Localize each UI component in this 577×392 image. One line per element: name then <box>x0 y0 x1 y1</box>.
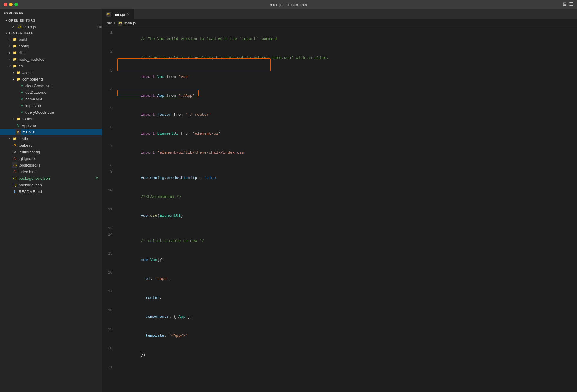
code-line-14: 14 /* eslint-disable no-new */ <box>102 231 577 250</box>
close-button[interactable] <box>4 3 7 6</box>
line-content-21 <box>117 364 577 370</box>
code-line-9: 9 Vue.config.productionTip = false <box>102 168 577 187</box>
file-package-lock[interactable]: { } package-lock.json M <box>0 175 102 182</box>
line-num-8: 8 <box>102 162 117 168</box>
folder-assets[interactable]: 📁 assets <box>0 69 102 76</box>
breadcrumb-file[interactable]: main.js <box>124 21 136 25</box>
line-num-21: 21 <box>102 364 117 370</box>
toggle-sidebar-icon[interactable]: ☰ <box>569 1 573 7</box>
file-readme[interactable]: ℹ README.md <box>0 188 102 195</box>
line-content-3: import Vue from 'vue' <box>117 67 577 86</box>
close-icon[interactable]: ✕ <box>11 24 16 29</box>
line-content-18: components: { App }, <box>117 307 577 326</box>
minimize-button[interactable] <box>9 3 13 6</box>
line-content-11: Vue.use(ElementUI) <box>117 206 577 225</box>
line-num-9: 9 <box>102 168 117 187</box>
code-line-5: 5 import router from './ router' <box>102 105 577 124</box>
vue-icon: V <box>16 123 21 128</box>
chevron-components <box>11 77 16 81</box>
folder-config[interactable]: 📁 config <box>0 43 102 49</box>
code-line-16: 16 el: '#app', <box>102 269 577 288</box>
line-num-18: 18 <box>102 307 117 326</box>
line-content-9: Vue.config.productionTip = false <box>117 168 577 187</box>
tabs-bar: JS main.js ✕ <box>102 9 577 20</box>
js-file-icon: JS <box>17 24 22 29</box>
json-icon: { } <box>12 182 17 188</box>
folder-icon: 📁 <box>12 37 17 42</box>
file-cleargoods[interactable]: V clearGoods.vue <box>0 82 102 89</box>
file-indexhtml[interactable]: ⬡ index.html <box>0 168 102 175</box>
file-postcssrc[interactable]: JS .postcssrc.js <box>0 162 102 168</box>
line-num-3: 3 <box>102 67 117 86</box>
tab-mainjs[interactable]: JS main.js ✕ <box>102 9 134 19</box>
line-num-2: 2 <box>102 48 117 67</box>
code-line-15: 15 new Vue({ <box>102 250 577 269</box>
code-line-7: 7 import 'element-ui/lib/theme-chalk/ind… <box>102 143 577 162</box>
folder-router[interactable]: 📁 router <box>0 115 102 122</box>
code-line-11: 11 Vue.use(ElementUI) <box>102 206 577 225</box>
folder-icon: 📁 <box>16 76 21 82</box>
json-icon: { } <box>12 176 17 181</box>
file-querygoods[interactable]: V queryGoods.vue <box>0 109 102 115</box>
line-content-15: new Vue({ <box>117 250 577 269</box>
file-appvue[interactable]: V App.vue <box>0 122 102 129</box>
line-content-7: import 'element-ui/lib/theme-chalk/index… <box>117 143 577 162</box>
window-title: main.js — tester-data <box>270 2 307 7</box>
vue-icon: V <box>19 90 25 95</box>
line-content-12 <box>117 225 577 231</box>
file-home[interactable]: V home.vue <box>0 96 102 102</box>
code-line-20: 20 }) <box>102 345 577 364</box>
file-mainjs[interactable]: JS main.js <box>0 129 102 135</box>
code-container[interactable]: 1 // The Vue build version to load with … <box>102 27 577 392</box>
open-editors-chevron <box>4 18 8 23</box>
project-header[interactable]: TESTER-DATA <box>0 30 102 36</box>
file-login[interactable]: V login.vue <box>0 102 102 109</box>
line-num-15: 15 <box>102 250 117 269</box>
code-line-2: 2 // (runtime-only or standalone) has be… <box>102 48 577 67</box>
folder-build[interactable]: 📁 build <box>0 36 102 43</box>
line-num-11: 11 <box>102 206 117 225</box>
sidebar: EXPLORER OPEN EDITORS ✕ JS main.js src T… <box>0 9 102 392</box>
file-packagejson[interactable]: { } package.json <box>0 182 102 188</box>
project-chevron <box>4 31 8 35</box>
line-num-19: 19 <box>102 326 117 345</box>
line-num-5: 5 <box>102 105 117 124</box>
folder-icon: 📁 <box>12 57 17 62</box>
babel-icon: ⚙ <box>12 142 17 148</box>
file-gitignore[interactable]: ⬡ .gitignore <box>0 155 102 162</box>
chevron-assets <box>11 70 16 75</box>
chevron-router <box>11 116 16 121</box>
folder-components[interactable]: 📁 components <box>0 76 102 82</box>
project-name: TESTER-DATA <box>8 31 102 35</box>
split-editor-icon[interactable]: ⊞ <box>563 1 567 7</box>
line-content-2: // (runtime-only or standalone) has been… <box>117 48 577 67</box>
file-editorconfig[interactable]: ⚙ .editorconfig <box>0 149 102 155</box>
open-editors-header[interactable]: OPEN EDITORS <box>0 17 102 23</box>
chevron-static <box>7 136 12 141</box>
folder-src[interactable]: 📁 src <box>0 63 102 69</box>
folder-icon: 📁 <box>16 116 21 121</box>
line-content-17: router, <box>117 288 577 307</box>
breadcrumb-sep: > <box>114 21 116 25</box>
open-editor-main-js[interactable]: ✕ JS main.js src <box>0 23 102 30</box>
app-body: EXPLORER OPEN EDITORS ✕ JS main.js src T… <box>0 9 577 392</box>
code-line-4: 4 import App from './App' <box>102 86 577 105</box>
folder-icon: 📁 <box>16 70 21 75</box>
file-dotdata[interactable]: V dotData.vue <box>0 89 102 96</box>
tab-close-icon[interactable]: ✕ <box>127 12 130 17</box>
folder-dist[interactable]: 📁 dist <box>0 49 102 56</box>
title-bar: main.js — tester-data ⊞ ☰ <box>0 0 577 9</box>
breadcrumb-src[interactable]: src <box>107 21 112 25</box>
line-content-6: import ElementUI from 'element-ui' <box>117 124 577 143</box>
modified-badge: M <box>96 176 98 180</box>
tab-label: main.js <box>113 12 125 17</box>
maximize-button[interactable] <box>14 3 18 6</box>
folder-node-modules[interactable]: 📁 node_modules <box>0 56 102 63</box>
file-babelrc[interactable]: ⚙ .babelrc <box>0 142 102 149</box>
line-num-4: 4 <box>102 86 117 105</box>
code-line-18: 18 components: { App }, <box>102 307 577 326</box>
line-content-20: }) <box>117 345 577 364</box>
breadcrumb-icon: JS <box>118 21 122 26</box>
line-content-19: template: '<App/>' <box>117 326 577 345</box>
folder-static[interactable]: 📁 static <box>0 135 102 142</box>
